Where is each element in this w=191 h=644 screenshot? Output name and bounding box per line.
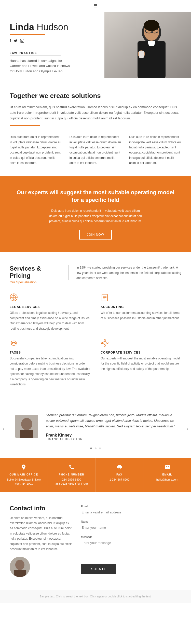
svg-point-8 xyxy=(144,20,159,31)
main-office-label: OUR MAIN OFFICE xyxy=(4,473,44,476)
svg-rect-35 xyxy=(20,430,33,438)
join-now-button[interactable]: JOIN NOW xyxy=(79,230,112,240)
phone-icon xyxy=(52,464,91,472)
svg-point-24 xyxy=(103,341,106,344)
contact-form: Email Name Message SUBMIT xyxy=(81,505,181,577)
hero-underline xyxy=(10,34,45,35)
services-sub: Our Specialization xyxy=(10,280,61,284)
email-input[interactable] xyxy=(81,509,181,516)
svg-point-37 xyxy=(15,560,24,570)
together-section: Together we create solutions Ut enim ad … xyxy=(0,79,191,176)
svg-point-28 xyxy=(107,342,108,344)
facebook-icon[interactable]: f xyxy=(10,39,11,44)
contact-heading: Contact info xyxy=(10,505,73,512)
name-form-label: Name xyxy=(81,520,181,523)
info-bar: OUR MAIN OFFICE SoHo 94 Broadway St New … xyxy=(0,458,191,492)
hamburger-icon[interactable]: ☰ xyxy=(93,3,98,8)
legal-desc: Offers professional legal consulting / a… xyxy=(10,310,90,331)
taxes-desc: Successful companies take tax implicatio… xyxy=(10,356,90,387)
testimonial-dots xyxy=(15,446,176,450)
info-email: EMAIL hello@home.com xyxy=(143,458,191,492)
testimonial-body: "Aenean pulvinar dui ornare, feugiat lor… xyxy=(46,412,176,440)
service-corporate: CORPORATE SERVICES Our experts will sugg… xyxy=(101,339,181,387)
message-textarea[interactable] xyxy=(81,539,181,557)
taxes-icon xyxy=(10,339,90,349)
footer-note-text: Sample text. Click to select the text bo… xyxy=(39,595,152,598)
services-grid: LEGAL SERVICES Offers professional legal… xyxy=(10,293,181,387)
info-fax: FAX 1-234-567-8900 xyxy=(96,458,144,492)
hero-name: Linda Hudson xyxy=(10,22,96,32)
contact-left: Contact info Ut enim ad minim veniam, qu… xyxy=(10,505,81,577)
services-intro: In 1994 we started providing our service… xyxy=(76,265,181,281)
col-1: Duis aute irure dolor in reprehenderit i… xyxy=(10,134,62,165)
svg-point-34 xyxy=(21,418,32,430)
testimonial-quote: "Aenean pulvinar dui ornare, feugiat lor… xyxy=(46,412,176,429)
testimonial-avatar xyxy=(15,415,38,438)
hero-description: Hanna has starred in campaigns for Garme… xyxy=(10,58,71,74)
section-label: LAW PRACTICE xyxy=(10,51,96,54)
twitter-icon[interactable] xyxy=(13,39,18,44)
fax-value: 1-234-567-8900 xyxy=(100,478,139,482)
legal-title: LEGAL SERVICES xyxy=(10,305,90,309)
info-main-office: OUR MAIN OFFICE SoHo 94 Broadway St New … xyxy=(0,458,48,492)
testimonial-name: Frank Kinney xyxy=(46,433,176,438)
services-header-left: Services & Pricing Our Specialization xyxy=(10,265,61,284)
dot-1[interactable] xyxy=(90,447,92,449)
testimonial-section: ‹ "Aenean pulvinar dui ornare, feugiat l… xyxy=(0,400,191,458)
taxes-title: TAXES xyxy=(10,351,90,354)
email-label: EMAIL xyxy=(147,473,187,476)
testimonial-role: FINANCIAL DIRECTOR xyxy=(46,438,176,441)
label-divider xyxy=(10,55,61,56)
contact-avatar xyxy=(10,557,30,577)
info-phone: PHONE NUMBER 234-9876-5400888-0123-4567 … xyxy=(48,458,96,492)
legal-icon xyxy=(10,293,90,303)
together-paragraph: Ut enim ad minim veniam, quis nostrud ex… xyxy=(10,104,181,121)
services-section: Services & Pricing Our Specialization In… xyxy=(0,252,191,400)
service-accounting: ACCOUNTING We offer to our customers acc… xyxy=(101,293,181,331)
hero-socials: f xyxy=(10,39,96,44)
phone-label: PHONE NUMBER xyxy=(52,473,91,476)
footer-note: Sample text. Click to select the text bo… xyxy=(0,590,191,603)
services-heading: Services & Pricing xyxy=(10,265,61,279)
service-taxes: TAXES Successful companies take tax impl… xyxy=(10,339,90,387)
orange-bar xyxy=(10,125,40,126)
name-input[interactable] xyxy=(81,524,181,531)
dot-3[interactable] xyxy=(99,447,101,449)
testimonial-prev-arrow[interactable]: ‹ xyxy=(3,425,4,432)
col-3: Duis aute irure dolor in reprehenderit i… xyxy=(129,134,181,165)
svg-marker-9 xyxy=(148,41,155,46)
svg-point-25 xyxy=(104,339,105,341)
orange-banner: Our experts will suggest the most suitab… xyxy=(0,176,191,253)
three-columns: Duis aute irure dolor in reprehenderit i… xyxy=(10,134,181,165)
banner-paragraph: Duis aute irure dolor in reprehenderit i… xyxy=(47,208,144,224)
banner-heading: Our experts will suggest the most suitab… xyxy=(15,189,176,204)
fax-label: FAX xyxy=(100,473,139,476)
services-header: Services & Pricing Our Specialization In… xyxy=(10,265,181,284)
phone-value: 234-9876-5400888-0123-4567 (Toll Free) xyxy=(52,478,91,486)
submit-button[interactable]: SUBMIT xyxy=(81,564,116,574)
testimonial-next-arrow[interactable]: › xyxy=(187,425,188,432)
accounting-icon xyxy=(101,293,181,303)
contact-section: Contact info Ut enim ad minim veniam, qu… xyxy=(0,492,191,590)
email-form-label: Email xyxy=(81,505,181,508)
instagram-icon[interactable] xyxy=(20,39,24,44)
col-2: Duis aute irure dolor in reprehenderit i… xyxy=(70,134,122,165)
hero-section: Linda Hudson f LAW PRACTICE Hanna has st… xyxy=(0,12,191,79)
fax-icon xyxy=(100,464,139,472)
hero-left: Linda Hudson f LAW PRACTICE Hanna has st… xyxy=(0,12,105,79)
accounting-desc: We offer to our customers accounting ser… xyxy=(101,310,181,321)
location-icon xyxy=(4,464,44,472)
together-heading: Together we create solutions xyxy=(10,92,181,100)
email-value: hello@home.com xyxy=(147,478,187,482)
name-form-group: Name xyxy=(81,520,181,531)
svg-point-26 xyxy=(104,345,105,346)
corporate-icon xyxy=(101,339,181,349)
services-divider xyxy=(68,265,69,280)
svg-rect-38 xyxy=(14,570,26,577)
contact-paragraph: Ut enim ad minim veniam, quis nostrud ex… xyxy=(10,515,73,552)
dot-2[interactable] xyxy=(95,447,97,449)
service-legal: LEGAL SERVICES Offers professional legal… xyxy=(10,293,90,331)
corporate-title: CORPORATE SERVICES xyxy=(101,351,181,354)
email-icon xyxy=(147,464,187,472)
accounting-title: ACCOUNTING xyxy=(101,305,181,309)
